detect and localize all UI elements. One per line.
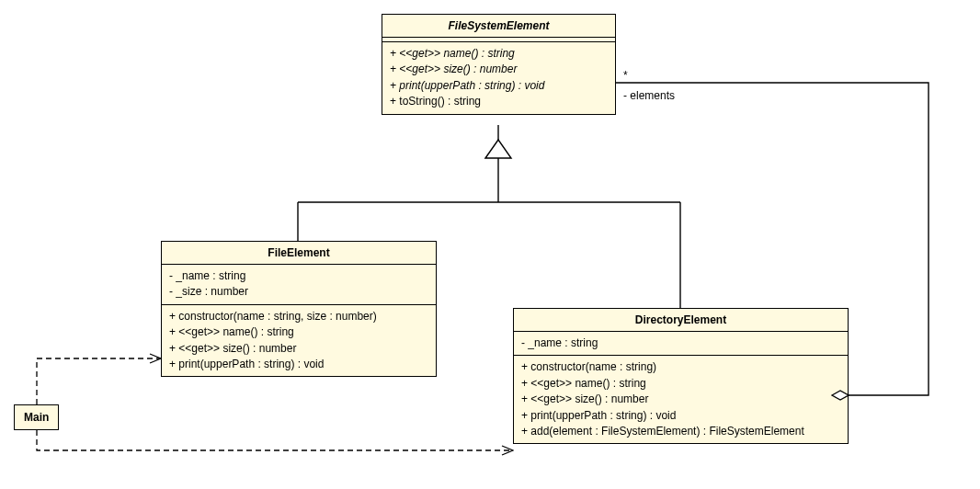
member: + <<get>> name() : string (390, 46, 608, 62)
method: + <<get>> name() : string (521, 376, 840, 392)
class-title: FileSystemElement (382, 15, 615, 38)
method: + constructor(name : string) (521, 359, 840, 375)
generalization-arrowhead (485, 140, 511, 158)
class-title: FileElement (162, 242, 436, 265)
dependency-main-file (37, 358, 161, 404)
multiplicity-label: * (623, 69, 628, 82)
class-main: Main (14, 404, 59, 430)
uml-canvas: FileSystemElement + <<get>> name() : str… (0, 0, 980, 489)
role-label: - elements (623, 89, 675, 102)
attributes-section: - _name : string - _size : number (162, 265, 436, 305)
method: + add(element : FileSystemElement) : Fil… (521, 424, 840, 439)
member: + print(upperPath : string) : void (390, 78, 608, 94)
class-fileelement: FileElement - _name : string - _size : n… (161, 241, 437, 377)
class-directoryelement: DirectoryElement - _name : string + cons… (513, 308, 849, 444)
methods-section: + constructor(name : string, size : numb… (162, 305, 436, 377)
member: + toString() : string (390, 94, 608, 109)
method: + constructor(name : string, size : numb… (169, 309, 428, 324)
methods-section: + constructor(name : string) + <<get>> n… (514, 356, 848, 443)
class-filesystemelement: FileSystemElement + <<get>> name() : str… (382, 14, 616, 115)
attribute: - _name : string (521, 335, 840, 351)
method: + <<get>> name() : string (169, 324, 428, 340)
method: + <<get>> size() : number (521, 392, 840, 407)
member: + <<get>> size() : number (390, 62, 608, 77)
method: + print(upperPath : string) : void (169, 357, 428, 372)
class-title: Main (24, 411, 49, 424)
attribute: - _size : number (169, 284, 428, 300)
method: + <<get>> size() : number (169, 341, 428, 357)
class-title: DirectoryElement (514, 309, 848, 332)
attributes-section: - _name : string (514, 332, 848, 356)
members-section: + <<get>> name() : string + <<get>> size… (382, 42, 615, 114)
method: + print(upperPath : string) : void (521, 408, 840, 424)
dependency-main-dir (37, 430, 513, 450)
attribute: - _name : string (169, 268, 428, 284)
